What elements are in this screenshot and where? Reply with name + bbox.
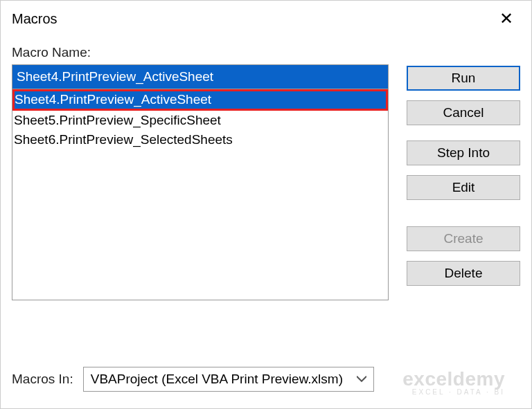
macros-in-label: Macros In: (12, 372, 73, 387)
watermark: exceldemy EXCEL · DATA · BI (402, 370, 505, 396)
dialog-body: Macro Name: Sheet4.PrintPreview_ActiveSh… (1, 34, 531, 300)
macros-in-row: Macros In: VBAProject (Excel VBA Print P… (12, 367, 374, 392)
step-into-button[interactable]: Step Into (407, 140, 520, 165)
left-column: Macro Name: Sheet4.PrintPreview_ActiveSh… (12, 45, 389, 300)
chevron-down-icon (350, 367, 373, 391)
dialog-title: Macros (12, 11, 57, 27)
watermark-line1: exceldemy (402, 370, 505, 389)
close-icon[interactable]: ✕ (493, 8, 520, 30)
titlebar: Macros ✕ (1, 1, 531, 34)
cancel-button[interactable]: Cancel (407, 100, 520, 125)
macro-name-input[interactable] (12, 64, 389, 89)
macro-list-item[interactable]: Sheet5.PrintPreview_SpecificSheet (12, 111, 388, 131)
macro-list[interactable]: Sheet4.PrintPreview_ActiveSheetSheet5.Pr… (12, 89, 389, 300)
watermark-line2: EXCEL · DATA · BI (402, 389, 505, 396)
button-column: Run Cancel Step Into Edit Create Delete (407, 45, 520, 300)
run-button[interactable]: Run (407, 66, 520, 91)
macros-in-value: VBAProject (Excel VBA Print Preview.xlsm… (91, 372, 343, 387)
edit-button[interactable]: Edit (407, 175, 520, 200)
macros-in-combobox[interactable]: VBAProject (Excel VBA Print Preview.xlsm… (83, 367, 374, 392)
delete-button[interactable]: Delete (407, 261, 520, 286)
macro-name-label: Macro Name: (12, 45, 389, 60)
macro-list-item[interactable]: Sheet6.PrintPreview_SelectedSheets (12, 130, 388, 150)
macro-list-item[interactable]: Sheet4.PrintPreview_ActiveSheet (12, 89, 388, 111)
create-button: Create (407, 226, 520, 251)
